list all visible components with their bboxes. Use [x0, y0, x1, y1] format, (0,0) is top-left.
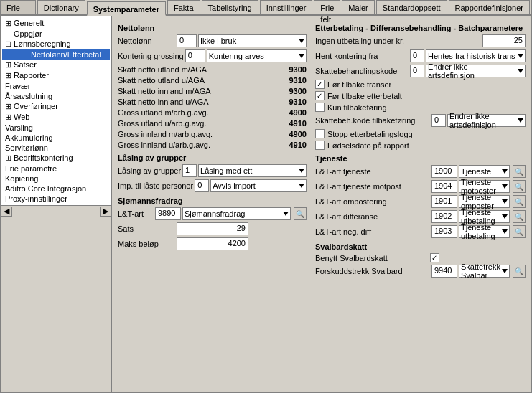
tab-standardoppsett[interactable]: Standardoppsett — [376, 0, 447, 14]
etterbetaling-title: Etterbetaling - Differansebehandling - B… — [315, 24, 526, 32]
sjomanns-maks-input[interactable]: 4200 — [177, 237, 248, 250]
tjeneste-search-1[interactable]: 🔍 — [513, 180, 526, 193]
tjeneste-search-3[interactable]: 🔍 — [513, 210, 526, 223]
kun-tilbakeforing-label: Kun tilbakeføring — [327, 103, 387, 112]
imp-dropdown[interactable]: Avvis import — [210, 179, 307, 192]
sidebar-item-proxy[interactable]: Proxy-innstillinger — [2, 194, 110, 204]
sidebar-item-bedriftskontering[interactable]: ⊞ Bedriftskontering — [2, 153, 110, 164]
tab-frie-felt[interactable]: Frie felt — [314, 0, 340, 14]
tjeneste-dropdown-3[interactable]: Tjeneste utbetaling — [459, 210, 510, 223]
row-2-label: Skatt netto innland m/AGA — [118, 87, 281, 95]
row-2-value: 9300 — [289, 87, 306, 95]
tab-maler[interactable]: Maler — [342, 0, 375, 14]
fodselsdato-checkbox[interactable] — [315, 141, 325, 150]
sidebar-item-aarsavslutning[interactable]: Årsavslutning — [2, 91, 110, 101]
sidebar-item-oppgjor[interactable]: Oppgjør — [2, 29, 110, 39]
sidebar-item-fravaer[interactable]: Fravær — [2, 81, 110, 91]
tjeneste-label-0: L&T-art tjeneste — [315, 167, 430, 176]
sidebar-item-aditro[interactable]: Aditro Core Integrasjon — [2, 184, 110, 194]
tjeneste-row-1: L&T-art tjeneste motpost 1904 Tjeneste m… — [315, 180, 526, 193]
for-tilbake-label: Før tilbake transer — [327, 80, 391, 89]
nettoloon-input[interactable]: 0 — [177, 34, 197, 47]
nettoloon-dropdown-arrow — [299, 39, 304, 43]
skattebeh-label: Skattebeh.kode tilbakeføring — [315, 116, 430, 125]
tjeneste-dropdown-0[interactable]: Tjeneste — [459, 165, 510, 178]
tjeneste-input-4[interactable]: 1903 — [431, 225, 457, 238]
sjomanns-search-btn[interactable]: 🔍 — [294, 207, 307, 220]
sidebar-item-rapporter[interactable]: ⊞ Rapporter — [2, 70, 110, 81]
sidebar-item-overforinger[interactable]: ⊞ Overføringer — [2, 101, 110, 112]
sidebar-item-servitorlonn[interactable]: Servitørlønn — [2, 143, 110, 153]
hent-dropdown[interactable]: Hentes fra historisk trans — [426, 49, 526, 62]
tab-innstillinger[interactable]: Innstillinger — [260, 0, 313, 14]
imp-input[interactable]: 0 — [195, 179, 209, 192]
tjeneste-input-0[interactable]: 1900 — [431, 165, 457, 178]
sidebar-hscroll[interactable]: ◀ ▶ — [1, 205, 111, 217]
forskudd-input[interactable]: 9940 — [431, 265, 457, 278]
sidebar-item-kopiering[interactable]: Kopiering — [2, 174, 110, 184]
skattebeh-input[interactable]: 0 — [431, 114, 446, 127]
tax-rows: Skatt netto utland m/AGA 9300 Skatt nett… — [118, 65, 307, 149]
tab-frie-felt-fravaer[interactable]: Frie felt fravær — [0, 0, 36, 14]
laasing-dropdown[interactable]: Låsing med ett — [198, 164, 307, 177]
sidebar-item-generelt[interactable]: ⊞ ⊞ GenereltGenerelt — [2, 18, 110, 29]
tab-rapportdefinisjoner[interactable]: Rapportdefinisjoner — [449, 0, 530, 14]
tjeneste-dd-arrow-4 — [502, 229, 508, 234]
tjeneste-dropdown-1[interactable]: Tjeneste motposter — [459, 180, 510, 193]
row-3-label: Skatt netto innland u/AGA — [118, 98, 281, 106]
skatt-dropdown[interactable]: Endrer ikke artsdefinisjon — [426, 65, 526, 77]
tab-dictionary[interactable]: Dictionary — [37, 0, 85, 14]
sidebar-item-akkumulering[interactable]: Akkumulering — [2, 133, 110, 143]
tjeneste-input-1[interactable]: 1904 — [431, 180, 457, 193]
nettoloon-section-title: Nettolønn — [118, 24, 307, 32]
skattebeh-row: Skattebeh.kode tilbakeføring 0 Endrer ik… — [315, 114, 526, 127]
forskudd-dropdown[interactable]: Skattetrekk Svalbar — [459, 265, 510, 278]
row-4: Gross utland m/arb.g.avg. 4900 — [118, 108, 307, 117]
skatt-input[interactable]: 0 — [410, 65, 424, 77]
scroll-left-btn[interactable]: ◀ — [1, 207, 12, 217]
kun-tilbakeforing-row: Kun tilbakeføring — [315, 103, 526, 112]
kun-tilbakeforing-checkbox[interactable] — [315, 103, 325, 112]
for-tilbake-checkbox[interactable] — [315, 80, 325, 89]
sjomanns-title: Sjømannsfradrag — [118, 196, 307, 205]
forskudd-search-btn[interactable]: 🔍 — [513, 265, 526, 278]
row-4-value: 4900 — [289, 108, 306, 117]
stopp-checkbox[interactable] — [315, 129, 325, 138]
tjeneste-search-4[interactable]: 🔍 — [513, 225, 526, 238]
laasing-input[interactable]: 1 — [182, 164, 197, 177]
tjeneste-input-3[interactable]: 1902 — [431, 210, 457, 223]
row-5-value: 4910 — [289, 119, 306, 128]
benytt-checkbox[interactable] — [430, 253, 439, 262]
tjeneste-dropdown-4[interactable]: Tjeneste utbetaling — [459, 225, 510, 238]
hent-dropdown-arrow — [518, 54, 523, 58]
kontering-dropdown[interactable]: Kontering arves — [207, 49, 307, 62]
sidebar-item-frie-parametre[interactable]: Frie parametre — [2, 164, 110, 174]
tjeneste-input-2[interactable]: 1901 — [431, 195, 457, 208]
sidebar-item-varsling[interactable]: Varsling — [2, 123, 110, 133]
ingen-label: Ingen utbetaling under kr. — [315, 37, 481, 45]
tab-systemparameter[interactable]: Systemparameter — [87, 1, 166, 16]
sjomanns-lt-input[interactable]: 9890 — [155, 207, 181, 220]
nettoloon-dropdown[interactable]: Ikke i bruk — [198, 34, 307, 47]
tjeneste-label-2: L&T-art ompostering — [315, 197, 430, 206]
tjeneste-search-0[interactable]: 🔍 — [513, 165, 526, 178]
for-tilbake-etterbetalt-checkbox[interactable] — [315, 91, 325, 100]
tab-tabellstyring[interactable]: Tabellstyring — [202, 0, 258, 14]
sjomanns-sats-input[interactable]: 29 — [177, 222, 248, 235]
tab-bar: Frie felt fravær Dictionary Systemparame… — [0, 0, 532, 16]
skattebeh-dropdown[interactable]: Endrer ikke artsdefinisjon — [447, 114, 526, 127]
sidebar-item-lonnsberegning[interactable]: ⊟ Lønnsberegning — [2, 39, 110, 49]
scroll-right-btn[interactable]: ▶ — [100, 207, 111, 217]
benytt-label: Benytt Svalbardskatt — [315, 254, 430, 262]
ingen-input[interactable]: 25 — [482, 34, 526, 47]
tjeneste-dropdown-2[interactable]: Tjeneste omposter — [459, 195, 510, 208]
sidebar-item-web[interactable]: ⊞ Web — [2, 112, 110, 123]
tjeneste-search-2[interactable]: 🔍 — [513, 195, 526, 208]
tab-fakta[interactable]: Fakta — [167, 0, 200, 14]
sjomanns-lt-dropdown[interactable]: Sjømannsfradrag — [182, 207, 291, 220]
kontering-input[interactable]: 0 — [185, 49, 205, 62]
sidebar-item-nettoloon[interactable]: Nettolønn/Etterbetal — [2, 49, 110, 60]
sidebar-item-satser[interactable]: ⊞ Satser — [2, 60, 110, 70]
hent-input[interactable]: 0 — [410, 49, 424, 62]
imp-row: Imp. til låste personer 0 Avvis import — [118, 179, 307, 192]
